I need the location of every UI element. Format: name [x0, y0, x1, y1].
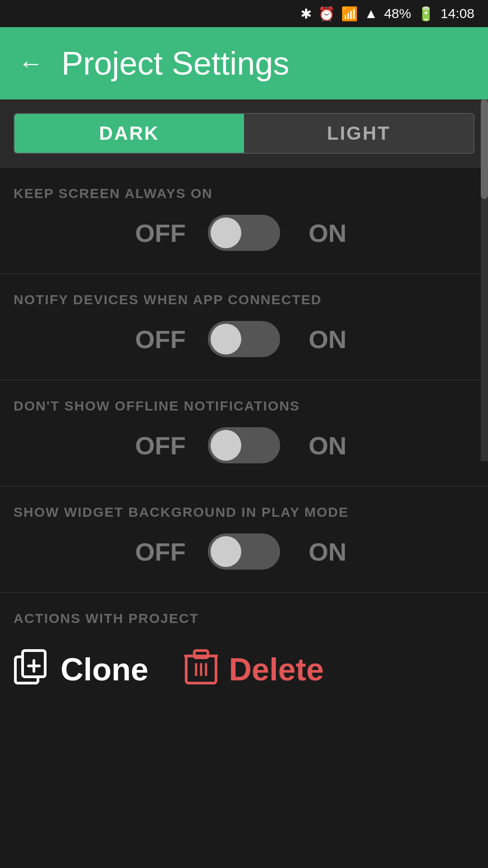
scroll-thumb[interactable] [481, 99, 488, 199]
bluetooth-icon: ✱ [300, 6, 312, 22]
delete-label: Delete [229, 651, 324, 688]
dark-theme-button[interactable]: DARK [14, 114, 244, 153]
notify-devices-label: NOTIFY DEVICES WHEN APP CONNECTED [14, 292, 474, 307]
offline-notifications-on-label: ON [298, 431, 357, 460]
alarm-icon: ⏰ [318, 6, 335, 22]
widget-background-knob [211, 536, 241, 567]
theme-toggle-container: DARK LIGHT [0, 99, 488, 167]
widget-background-off-label: OFF [131, 537, 190, 566]
widget-background-section: SHOW WIDGET BACKGROUND IN PLAY MODE OFF … [0, 486, 488, 592]
header: ← Project Settings [0, 27, 488, 99]
theme-toggle: DARK LIGHT [14, 113, 474, 154]
clone-button[interactable]: Clone [14, 649, 148, 690]
dark-theme-label: DARK [99, 123, 159, 144]
battery-level: 48% [384, 6, 411, 21]
keep-screen-off-label: OFF [131, 218, 190, 248]
widget-background-on-label: ON [298, 537, 357, 566]
scroll-track[interactable] [481, 99, 488, 461]
actions-section: ACTIONS WITH PROJECT Clone [0, 592, 488, 717]
signal-icon: ▲ [364, 6, 378, 21]
clock: 14:08 [441, 6, 474, 21]
wifi-icon: 📶 [341, 6, 358, 22]
notify-devices-on-label: ON [298, 325, 357, 354]
svg-rect-6 [194, 651, 208, 658]
clone-label: Clone [61, 651, 148, 688]
back-button[interactable]: ← [18, 51, 43, 76]
keep-screen-toggle[interactable] [208, 215, 280, 251]
status-icons: ✱ ⏰ 📶 ▲ 48% 🔋 14:08 [300, 6, 474, 22]
widget-background-toggle[interactable] [208, 533, 280, 570]
keep-screen-knob [211, 217, 241, 248]
keep-screen-on-label: ON [298, 218, 357, 248]
offline-notifications-knob [211, 430, 241, 461]
widget-background-label: SHOW WIDGET BACKGROUND IN PLAY MODE [14, 505, 474, 520]
actions-row: Clone Delete [14, 649, 474, 690]
notify-devices-toggle[interactable] [208, 321, 280, 357]
page-title: Project Settings [61, 45, 289, 82]
widget-background-toggle-row: OFF ON [14, 533, 474, 570]
offline-notifications-off-label: OFF [131, 431, 190, 460]
offline-notifications-toggle-row: OFF ON [14, 427, 474, 463]
battery-icon: 🔋 [418, 6, 434, 22]
keep-screen-section: KEEP SCREEN ALWAYS ON OFF ON [0, 167, 488, 274]
light-theme-label: LIGHT [327, 123, 391, 144]
notify-devices-toggle-row: OFF ON [14, 321, 474, 357]
offline-notifications-label: DON'T SHOW OFFLINE NOTIFICATIONS [14, 398, 474, 414]
keep-screen-label: KEEP SCREEN ALWAYS ON [14, 186, 474, 201]
notify-devices-section: NOTIFY DEVICES WHEN APP CONNECTED OFF ON [0, 274, 488, 380]
actions-label: ACTIONS WITH PROJECT [14, 611, 474, 626]
settings-container: KEEP SCREEN ALWAYS ON OFF ON NOTIFY DEVI… [0, 167, 488, 592]
delete-button[interactable]: Delete [184, 649, 324, 690]
status-bar: ✱ ⏰ 📶 ▲ 48% 🔋 14:08 [0, 0, 488, 27]
light-theme-button[interactable]: LIGHT [244, 114, 474, 153]
notify-devices-knob [211, 324, 241, 354]
offline-notifications-section: DON'T SHOW OFFLINE NOTIFICATIONS OFF ON [0, 380, 488, 486]
notify-devices-off-label: OFF [131, 325, 190, 354]
keep-screen-toggle-row: OFF ON [14, 215, 474, 251]
offline-notifications-toggle[interactable] [208, 427, 280, 463]
delete-icon [184, 649, 218, 690]
clone-icon [14, 649, 50, 690]
